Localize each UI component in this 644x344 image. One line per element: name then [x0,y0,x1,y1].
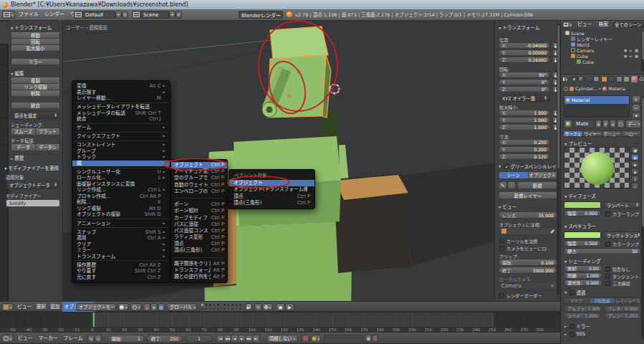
layers-group-1[interactable] [201,303,220,310]
outliner-row[interactable]: Camera ● ► ■ [561,47,644,53]
render-border-checkbox[interactable] [499,293,504,298]
local-camera-field[interactable]: Camera× [499,282,557,290]
menu-item[interactable]: カーブモディファイアー Ctrl P [171,215,227,221]
menu-item[interactable]: 選択 [34,302,48,312]
panel-header-shading[interactable]: ▼シェーディング [564,257,601,264]
menu-item[interactable]: 頂点(三角形) Ctrl P [171,247,227,254]
menu-item[interactable]: 元に戻す Ctrl Z ► [72,274,170,281]
translucency-slider[interactable]: 透光性:0.000 [564,280,602,286]
keying-set-field[interactable] [324,335,364,343]
mode-dropdown[interactable]: オブジェクトモード▾ [76,303,116,311]
tab-material-icon[interactable] [631,76,638,82]
shelf-tab-animation[interactable] [0,85,9,118]
properties-scrollbar[interactable] [641,96,644,340]
diffuse-shader-dropdown[interactable]: ランバート▲▼ [604,201,641,209]
timeline-strip[interactable]: -50-40-30-20-100102030405060708090100110… [0,312,560,332]
number-field[interactable]: Z:0.120 [499,153,550,160]
number-field[interactable]: X:90° [499,72,550,78]
tab-object-icon[interactable] [601,76,607,82]
menu-item[interactable]: トラック ► [72,154,170,161]
number-field[interactable]: X:0.200 [499,139,550,145]
menu-item[interactable]: 追加 [48,302,62,312]
menu-item[interactable]: グループ ► [72,148,170,155]
manipulator-scale-icon[interactable]: ■ [158,303,165,311]
number-field[interactable]: Y:0.00000 [499,49,550,56]
panel-header-mirror[interactable]: ►ミラー [564,322,590,330]
modifier-name-field[interactable]: Solidify [6,199,60,207]
tab-render-layers-icon[interactable] [578,76,585,82]
menu-item[interactable]: レイヤー移動... M ► [72,95,170,102]
hardness-slider[interactable]: 硬さ:50 [564,248,641,254]
tab-render-icon[interactable] [571,76,577,82]
scene-add-button[interactable]: + [169,11,176,19]
material-type-tab[interactable]: ハロー [621,130,641,137]
alpha-slider[interactable]: アルファ:1.000 [564,305,601,312]
sss-checkbox[interactable] [569,332,575,337]
preview-flat-button[interactable]: ■ [631,147,639,153]
outliner-menu-search[interactable]: 検索 [596,21,610,29]
gp-erase-icon[interactable]: ◦ [507,181,516,189]
breadcrumb-material[interactable]: Materia [608,86,625,91]
number-field[interactable]: X:1.000 [499,110,550,116]
preview-world-button[interactable]: ○ [631,183,639,189]
outliner-row[interactable]: Cube ● ► ■ [561,59,644,64]
menu-item[interactable]: コンストレイント ► [72,142,170,148]
panel-header-edit[interactable]: ▼編集 [11,70,24,77]
panel-header-view[interactable]: ▼ビュー [499,203,516,210]
menu-item[interactable]: 面複製インスタンスに変換 ► [72,181,170,188]
material-browse-icon[interactable] [564,120,572,128]
eyedropper-icon[interactable] [550,229,554,233]
autokey-record-button[interactable] [302,335,309,343]
transparency-mode-tab[interactable]: レイトレース [615,297,641,304]
menu-item[interactable]: 空のグループで Ctrl P [171,175,227,181]
fresnel-slider[interactable]: フレネ:0.000 [604,305,641,312]
menu-item[interactable]: 親子関係をクリア Alt P [171,261,227,267]
panel-header-specular[interactable]: ▼スペキュラー [564,222,596,229]
unlink-button[interactable]: × [610,120,616,128]
shadeless-checkbox[interactable] [605,267,610,272]
mirror-button[interactable]: ミラー [11,58,60,65]
menu-item[interactable]: ミラー ► [72,247,170,254]
gp-scene-button[interactable]: シーン [499,171,529,179]
tab-constraints-icon[interactable] [608,76,615,82]
gp-object-button[interactable]: オブジェクト [528,171,558,179]
current-frame-marker[interactable] [93,312,95,327]
slot-specials-button[interactable]: ▾ [632,113,640,118]
specular-color-swatch[interactable] [564,231,601,239]
specular-intensity-slider[interactable]: 強度:0.500 [564,240,601,247]
scene-field[interactable]: Scene [140,11,169,19]
number-field[interactable]: Y:0° [499,79,550,85]
diffuse-intensity-slider[interactable]: 強度:0.800 [564,210,601,216]
material-type-tab[interactable]: サーフェ [563,130,583,137]
menu-item[interactable]: オブジェクト(トランスフォーム維持) [229,186,314,193]
timeline-editor-type-button[interactable]: ▾ [1,335,14,343]
layout-close-button[interactable]: × [122,11,128,19]
editor-type-button[interactable]: ▾ [2,11,15,19]
snap-element-dropdown[interactable]: ▾ [262,303,273,311]
clip-start-field[interactable]: 開始:0.100 [499,259,557,266]
material-name-field[interactable]: Mate [573,120,595,128]
tab-texture-icon[interactable] [638,76,644,82]
tab-modifiers-icon[interactable] [616,76,623,82]
number-field[interactable]: Z:1.000 [499,124,550,130]
render-opengl-anim-button[interactable]: ▶ [285,303,294,311]
menu-item[interactable]: パスに追従 Ctrl P [171,221,227,228]
pivot-dropdown[interactable]: ▾ [130,303,142,311]
transparency-checkbox[interactable] [569,290,575,295]
menu-item[interactable]: エンベロープのウェイトで Ctrl P [171,188,227,195]
diffuse-color-swatch[interactable] [564,201,601,209]
menu-item[interactable]: トランスフォームを維持してクリア Alt P [171,267,227,274]
diffuse-ramp-checkbox[interactable] [605,211,610,216]
preview-cube-button[interactable]: ◆ [631,161,639,168]
screen-layout-field[interactable]: Default [82,11,115,19]
pin-icon[interactable] [564,87,568,91]
lock-cursor-checkbox[interactable] [499,239,504,244]
scene-icon[interactable] [132,11,140,19]
menu-item[interactable]: アーマチュア変形 Ctrl P [171,168,227,175]
layers-group-2[interactable] [223,303,242,310]
spec-transparency-slider[interactable]: スペキ:1.000 [564,312,601,319]
menu-item[interactable]: ビュー [15,302,34,312]
number-field[interactable]: Z:0.16000 [499,57,550,63]
start-frame-field[interactable]: 開始:1 [107,335,145,343]
panel-header-transparency[interactable]: ▼透過 [564,289,585,296]
